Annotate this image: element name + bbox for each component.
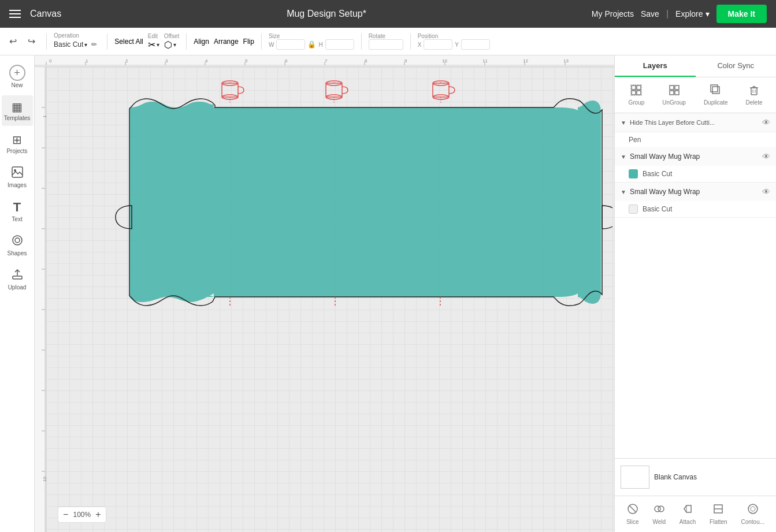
ruler-vertical: 1 2 3 4 5 6 7 8 9 10	[35, 67, 46, 532]
operation-value[interactable]: Basic Cut ▾ ✏	[54, 39, 100, 50]
width-input[interactable]	[276, 39, 305, 50]
panel-toolbar: Group UnGroup Duplicate Delete	[615, 77, 776, 113]
right-panel: Layers Color Sync Group UnGroup	[614, 55, 776, 532]
left-sidebar: + New ▦ Templates ⊞ Projects Images T Te…	[0, 55, 35, 532]
svg-rect-74	[637, 85, 641, 90]
save-button[interactable]: Save	[641, 9, 659, 18]
rotate-input[interactable]	[369, 39, 403, 50]
tab-layers[interactable]: Layers	[615, 55, 696, 77]
explore-button[interactable]: Explore ▾	[675, 9, 709, 18]
slice-button[interactable]: Slice	[622, 501, 644, 527]
edit-button[interactable]: ✂	[148, 39, 155, 50]
upload-icon	[11, 268, 24, 283]
contour-button[interactable]: Contou...	[736, 501, 769, 527]
offset-button[interactable]: ⬡	[164, 39, 172, 50]
flatten-button[interactable]: Flatten	[705, 501, 732, 527]
chevron-down-icon: ▾	[706, 9, 710, 18]
lock-icon: 🔒	[307, 40, 316, 49]
layer-item-2-1[interactable]: Basic Cut	[615, 201, 776, 217]
layers-list: ▼ Hide This Layer Before Cutti... 👁 Pen …	[615, 113, 776, 458]
redo-button[interactable]: ↪	[23, 34, 39, 50]
sidebar-item-new[interactable]: + New	[2, 60, 33, 93]
position-section: Position X Y	[418, 33, 490, 50]
size-section: Size W 🔒 H	[269, 33, 354, 50]
layer-visibility-2[interactable]: 👁	[762, 187, 770, 196]
svg-text:1: 1	[42, 115, 46, 118]
svg-text:0: 0	[49, 58, 52, 64]
sidebar-item-shapes[interactable]: Shapes	[2, 229, 33, 261]
duplicate-icon	[710, 84, 722, 98]
sidebar-item-images[interactable]: Images	[2, 161, 33, 193]
canvas-grid[interactable]: − 100% +	[46, 67, 614, 532]
flip-button[interactable]: Flip	[243, 38, 254, 46]
design-svg	[46, 67, 612, 532]
ungroup-button[interactable]: UnGroup	[658, 82, 690, 108]
nav-separator: |	[666, 9, 669, 19]
svg-rect-80	[670, 91, 674, 95]
group-icon	[630, 84, 642, 98]
make-it-button[interactable]: Make It	[716, 5, 767, 23]
svg-text:5: 5	[245, 58, 248, 64]
undo-button[interactable]: ↩	[5, 34, 21, 50]
select-all-section: Select All	[114, 38, 143, 46]
templates-icon: ▦	[12, 100, 23, 114]
operation-edit-icon[interactable]: ✏	[88, 39, 100, 50]
layer-expand-1: ▼	[621, 154, 626, 160]
toolbar-separator-6	[410, 34, 411, 50]
canvas-area[interactable]: 0 1 2 3 4 5 6 7 8 9 10	[35, 55, 614, 532]
hide-layer-eye-icon[interactable]: 👁	[762, 118, 770, 127]
layer-expand-2: ▼	[621, 189, 626, 195]
layer-item-1-1[interactable]: Basic Cut	[615, 166, 776, 182]
toolbar-separator-4	[261, 34, 262, 50]
y-input[interactable]	[461, 39, 490, 50]
projects-icon: ⊞	[12, 133, 22, 147]
sidebar-item-upload[interactable]: Upload	[2, 263, 33, 295]
svg-rect-78	[670, 85, 674, 90]
height-input[interactable]	[325, 39, 354, 50]
svg-text:13: 13	[563, 58, 569, 64]
hamburger-menu[interactable]	[9, 10, 21, 18]
operation-group: Operation Basic Cut ▾ ✏	[54, 32, 100, 50]
layer-header-1[interactable]: ▼ Small Wavy Mug Wrap 👁	[615, 147, 776, 166]
text-icon: T	[13, 200, 21, 215]
delete-button[interactable]: Delete	[741, 82, 767, 108]
bottom-tools: Slice Weld Attach Flatten	[615, 496, 776, 532]
svg-text:11: 11	[482, 58, 488, 64]
my-projects-link[interactable]: My Projects	[592, 9, 634, 18]
layer-visibility-1[interactable]: 👁	[762, 152, 770, 161]
align-button[interactable]: Align	[194, 38, 209, 46]
weld-button[interactable]: Weld	[648, 501, 670, 527]
sidebar-item-templates[interactable]: ▦ Templates	[2, 95, 33, 126]
layer-header-2[interactable]: ▼ Small Wavy Mug Wrap 👁	[615, 183, 776, 201]
zoom-controls: − 100% +	[58, 507, 106, 523]
zoom-in-button[interactable]: +	[95, 509, 101, 520]
pen-layer-item[interactable]: Pen	[615, 132, 776, 147]
delete-icon	[748, 84, 760, 98]
duplicate-button[interactable]: Duplicate	[699, 82, 733, 108]
app-title: Canvas	[30, 9, 61, 19]
mug-icon-left	[222, 81, 244, 103]
mug-icon-middle	[326, 81, 348, 103]
svg-rect-82	[712, 87, 719, 94]
svg-text:2: 2	[125, 58, 128, 64]
attach-button[interactable]: Attach	[675, 501, 700, 527]
mug-icon-right	[433, 81, 455, 103]
svg-text:7: 7	[325, 58, 328, 64]
ruler-horizontal: 0 1 2 3 4 5 6 7 8 9 10	[35, 55, 614, 67]
x-input[interactable]	[424, 39, 452, 50]
sidebar-item-text[interactable]: T Text	[2, 195, 33, 227]
blank-canvas-section: Blank Canvas	[615, 458, 776, 496]
toolbar-separator-5	[361, 34, 362, 50]
operation-caret: ▾	[84, 42, 87, 48]
page-title: Mug Design Setup*	[70, 9, 582, 19]
svg-rect-76	[637, 91, 641, 95]
tab-color-sync[interactable]: Color Sync	[696, 55, 777, 77]
select-all-button[interactable]: Select All	[114, 38, 143, 46]
collapse-icon[interactable]: ▼	[621, 120, 626, 126]
arrange-button[interactable]: Arrange	[214, 38, 239, 46]
new-icon: +	[9, 65, 25, 81]
svg-rect-75	[632, 91, 636, 95]
zoom-out-button[interactable]: −	[63, 509, 68, 520]
group-button[interactable]: Group	[624, 82, 649, 108]
sidebar-item-projects[interactable]: ⊞ Projects	[2, 128, 33, 159]
